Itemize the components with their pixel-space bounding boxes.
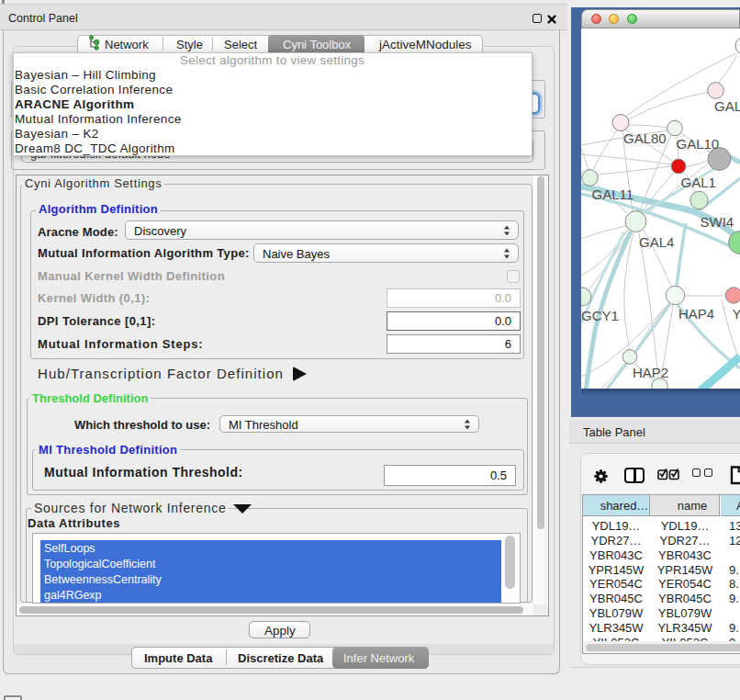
svg-text:GCY1: GCY1 [581, 308, 619, 323]
svg-text:GAL10: GAL10 [677, 136, 720, 152]
svg-text:GAL80: GAL80 [623, 130, 667, 146]
svg-text:Y: Y [733, 306, 740, 322]
svg-text:SWI4: SWI4 [701, 214, 734, 230]
svg-text:GAL1: GAL1 [681, 175, 716, 190]
svg-text:GAL11: GAL11 [592, 186, 634, 202]
svg-text:HAP2: HAP2 [633, 365, 668, 380]
svg-text:GAL4: GAL4 [639, 234, 674, 250]
svg-text:GAL7: GAL7 [714, 98, 740, 114]
svg-text:HAP4: HAP4 [678, 306, 714, 322]
